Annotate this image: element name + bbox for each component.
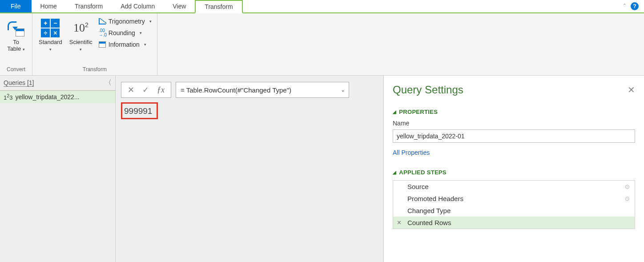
applied-steps-section[interactable]: ◢ APPLIED STEPS (393, 169, 635, 176)
properties-section[interactable]: ◢ PROPERTIES (393, 109, 635, 115)
ribbon-group-convert: To Table ▾ Convert (0, 13, 32, 75)
step-label: Source (407, 183, 429, 190)
to-table-icon (8, 20, 24, 36)
all-properties-link[interactable]: All Properties (393, 149, 430, 156)
name-field-label: Name (393, 120, 635, 127)
triangle-down-icon: ◢ (393, 170, 396, 175)
formula-expand-icon[interactable]: ⌄ (341, 87, 345, 93)
ribbon-group-transform: +−÷× Standard▾ 102 Scientific▾ Trigonome… (32, 13, 157, 75)
rounding-icon: .00→.0 (99, 28, 106, 37)
collapse-ribbon-icon[interactable]: ˄ (623, 3, 626, 10)
step-label: Promoted Headers (407, 195, 463, 202)
trigonometry-label: Trigonometry (109, 18, 145, 25)
applied-steps-list: Source ⚙ Promoted Headers ⚙ Changed Type… (393, 180, 635, 229)
applied-step-source[interactable]: Source ⚙ (393, 181, 635, 193)
fx-icon[interactable]: ƒx (157, 85, 165, 95)
formula-controls: ✕ ✓ ƒx (121, 82, 171, 98)
number-type-icon: 123 (4, 93, 13, 101)
result-value: 999991 (121, 102, 158, 119)
information-icon (99, 41, 106, 48)
ribbon-group-convert-label: Convert (7, 65, 25, 74)
cancel-formula-icon[interactable]: ✕ (128, 85, 134, 95)
tab-add-column[interactable]: Add Column (112, 0, 164, 12)
queries-collapse-icon[interactable]: 〈 (105, 78, 112, 88)
close-icon[interactable]: ✕ (628, 85, 635, 95)
queries-title: Queries [1] (4, 79, 34, 87)
scientific-icon: 102 (73, 21, 89, 35)
standard-label: Standard (39, 39, 62, 45)
standard-button[interactable]: +−÷× Standard▾ (36, 15, 65, 54)
queries-header: Queries [1] 〈 (0, 76, 115, 91)
properties-label: PROPERTIES (399, 109, 438, 115)
query-settings-pane: Query Settings ✕ ◢ PROPERTIES Name All P… (384, 76, 644, 262)
tab-view[interactable]: View (164, 0, 195, 12)
queries-pane: Queries [1] 〈 123 yellow_tripdata_2022..… (0, 76, 116, 262)
step-label: Counted Rows (407, 219, 451, 226)
body: Queries [1] 〈 123 yellow_tripdata_2022..… (0, 76, 644, 262)
gear-icon[interactable]: ⚙ (624, 195, 630, 202)
ribbon-tab-bar: File Home Transform Add Column View Tran… (0, 0, 644, 13)
to-table-button[interactable]: To Table ▾ (4, 15, 28, 54)
query-settings-title: Query Settings (393, 84, 463, 96)
tab-file[interactable]: File (0, 0, 32, 12)
step-label: Changed Type (407, 207, 451, 214)
trigonometry-icon (99, 18, 106, 24)
tab-home[interactable]: Home (32, 0, 66, 12)
applied-step-promoted-headers[interactable]: Promoted Headers ⚙ (393, 193, 635, 205)
help-icon[interactable]: ? (631, 2, 639, 10)
tab-transform-contextual[interactable]: Transform (195, 0, 242, 13)
gear-icon[interactable]: ⚙ (624, 183, 630, 190)
tab-transform[interactable]: Transform (66, 0, 112, 12)
applied-steps-label: APPLIED STEPS (399, 169, 446, 176)
information-button[interactable]: Information (97, 40, 153, 49)
ribbon: To Table ▾ Convert +−÷× Standard▾ 102 Sc… (0, 13, 644, 76)
applied-step-changed-type[interactable]: Changed Type (393, 205, 635, 217)
query-name-input[interactable] (393, 129, 635, 143)
query-item-label: yellow_tripdata_2022... (16, 93, 80, 101)
confirm-formula-icon[interactable]: ✓ (142, 85, 149, 95)
standard-icon: +−÷× (41, 19, 60, 37)
rounding-label: Rounding (109, 29, 135, 36)
to-table-label: To Table ▾ (7, 39, 25, 52)
applied-step-counted-rows[interactable]: ✕ Counted Rows (393, 217, 635, 229)
formula-text: = Table.RowCount(#"Changed Type") (181, 86, 291, 94)
ribbon-group-transform-label: Transform (83, 65, 107, 74)
scientific-label: Scientific (69, 39, 93, 45)
trigonometry-button[interactable]: Trigonometry (97, 17, 153, 26)
main-pane: ✕ ✓ ƒx = Table.RowCount(#"Changed Type")… (116, 76, 384, 262)
delete-step-icon[interactable]: ✕ (397, 219, 402, 226)
formula-bar[interactable]: = Table.RowCount(#"Changed Type") ⌄ (176, 82, 349, 98)
triangle-down-icon: ◢ (393, 109, 396, 114)
query-item[interactable]: 123 yellow_tripdata_2022... (0, 91, 115, 103)
rounding-button[interactable]: .00→.0 Rounding (97, 28, 153, 38)
scientific-button[interactable]: 102 Scientific▾ (67, 15, 95, 54)
information-label: Information (109, 41, 140, 48)
